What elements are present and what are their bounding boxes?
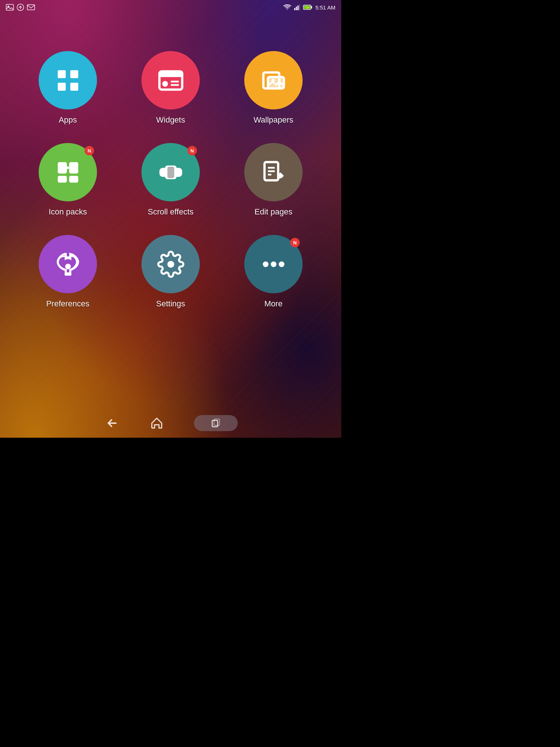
more-icon (260, 251, 287, 278)
iconpacks-badge: N (85, 146, 94, 155)
svg-rect-8 (299, 4, 300, 10)
svg-point-39 (262, 261, 268, 267)
grid-icon (54, 67, 82, 94)
recents-icon (210, 418, 221, 429)
status-right-icons: ⚡ 5:51 AM (283, 4, 335, 11)
app-grid: Apps Widgets Wallpapers (0, 29, 341, 316)
svg-point-41 (279, 261, 284, 267)
svg-rect-6 (296, 7, 297, 10)
widgets-item[interactable]: Widgets (125, 51, 217, 125)
wallpapers-item[interactable]: Wallpapers (228, 51, 319, 125)
svg-rect-4 (27, 5, 35, 10)
svg-rect-27 (69, 162, 78, 173)
apps-item[interactable]: Apps (22, 51, 114, 125)
widgets-circle[interactable] (141, 51, 200, 109)
battery-icon: ⚡ (303, 5, 312, 10)
svg-rect-28 (58, 175, 67, 182)
editpages-icon (260, 159, 287, 186)
wallpapers-circle[interactable] (244, 51, 303, 109)
svg-rect-13 (58, 70, 66, 78)
editpages-circle[interactable] (244, 143, 303, 201)
gmail-status-icon (27, 4, 35, 10)
preferences-item[interactable]: Preferences (22, 235, 114, 309)
more-item[interactable]: N More (228, 235, 319, 309)
scrolleffects-badge: N (187, 146, 197, 155)
apps-label: Apps (59, 115, 77, 125)
wallpapers-label: Wallpapers (253, 115, 293, 125)
more-badge: N (290, 238, 300, 247)
svg-rect-33 (167, 166, 174, 178)
scrolleffects-icon (157, 159, 184, 186)
scrolleffects-circle[interactable]: N (141, 143, 200, 201)
scrolleffects-label: Scroll effects (148, 207, 194, 217)
preferences-icon (54, 251, 82, 278)
settings-label: Settings (156, 299, 185, 309)
iconpacks-circle[interactable]: N (39, 143, 97, 201)
upload-status-icon (17, 4, 24, 11)
recents-button[interactable] (194, 415, 238, 431)
wallpapers-icon (260, 67, 287, 94)
editpages-item[interactable]: Edit pages (228, 143, 319, 217)
scrolleffects-item[interactable]: N Scroll effects (125, 143, 217, 217)
iconpacks-label: Icon packs (48, 207, 87, 217)
svg-rect-5 (294, 8, 295, 10)
nav-bar (0, 409, 341, 438)
home-button[interactable] (149, 415, 165, 431)
svg-rect-15 (58, 82, 66, 90)
svg-rect-10 (311, 6, 312, 8)
svg-point-25 (271, 78, 275, 82)
editpages-label: Edit pages (254, 207, 292, 217)
svg-rect-7 (298, 5, 299, 10)
apps-circle[interactable] (39, 51, 97, 109)
settings-item[interactable]: Settings (125, 235, 217, 309)
svg-text:⚡: ⚡ (306, 6, 310, 9)
gallery-status-icon (6, 4, 14, 11)
svg-rect-0 (6, 4, 13, 10)
more-circle[interactable]: N (244, 235, 303, 293)
preferences-circle[interactable] (39, 235, 97, 293)
status-left-icons (6, 4, 35, 11)
svg-rect-29 (69, 175, 78, 182)
svg-point-19 (162, 81, 168, 87)
svg-rect-14 (70, 70, 78, 78)
svg-rect-18 (159, 71, 182, 77)
iconpacks-icon (54, 159, 82, 186)
more-label: More (264, 299, 283, 309)
preferences-label: Preferences (46, 299, 90, 309)
wifi-icon (283, 4, 291, 11)
svg-rect-42 (212, 421, 218, 427)
widgets-label: Widgets (156, 115, 185, 125)
back-button[interactable] (104, 415, 120, 431)
widgets-icon (157, 67, 184, 94)
svg-point-30 (59, 165, 63, 168)
svg-rect-16 (70, 82, 78, 90)
home-icon (150, 417, 163, 430)
back-icon (105, 417, 118, 430)
time-display: 5:51 AM (315, 4, 335, 11)
status-bar: ⚡ 5:51 AM (0, 0, 341, 15)
signal-icon (294, 4, 300, 10)
svg-point-38 (65, 263, 71, 269)
svg-point-40 (271, 261, 276, 267)
iconpacks-item[interactable]: N Icon packs (22, 143, 114, 217)
settings-circle[interactable] (141, 235, 200, 293)
settings-icon (157, 251, 184, 278)
